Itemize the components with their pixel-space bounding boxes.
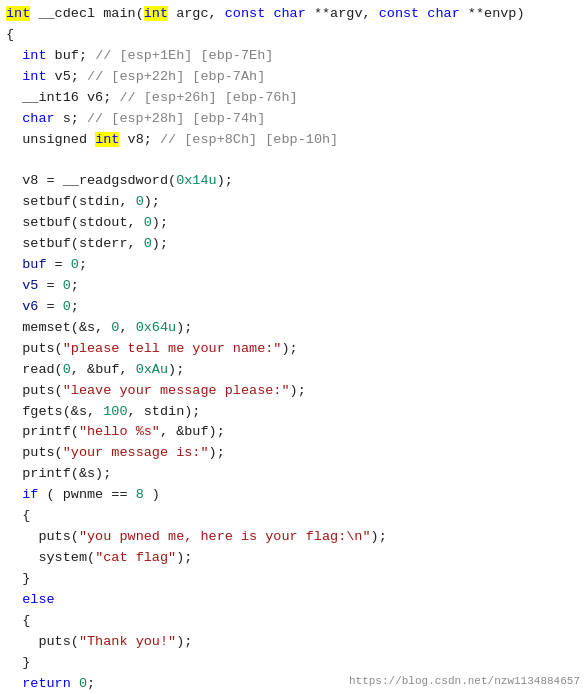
code-line-19: fgets(&s, 100, stdin); xyxy=(6,402,578,423)
code-line-30: puts("Thank you!"); xyxy=(6,632,578,653)
code-line-2: { xyxy=(6,25,578,46)
code-line-6: char s; // [esp+28h] [ebp-74h] xyxy=(6,109,578,130)
code-line-13: v5 = 0; xyxy=(6,276,578,297)
code-line-7: unsigned int v8; // [esp+8Ch] [ebp-10h] xyxy=(6,130,578,151)
code-line-29: { xyxy=(6,611,578,632)
code-line-16: puts("please tell me your name:"); xyxy=(6,339,578,360)
code-line-17: read(0, &buf, 0xAu); xyxy=(6,360,578,381)
code-line-1: int __cdecl main(int argc, const char **… xyxy=(6,4,578,25)
code-line-28: else xyxy=(6,590,578,611)
code-line-14: v6 = 0; xyxy=(6,297,578,318)
code-line-18: puts("leave your message please:"); xyxy=(6,381,578,402)
code-line-20: printf("hello %s", &buf); xyxy=(6,422,578,443)
code-line-12: buf = 0; xyxy=(6,255,578,276)
code-line-5: __int16 v6; // [esp+26h] [ebp-76h] xyxy=(6,88,578,109)
code-line-21: puts("your message is:"); xyxy=(6,443,578,464)
code-line-4: int v5; // [esp+22h] [ebp-7Ah] xyxy=(6,67,578,88)
code-line-10: setbuf(stdout, 0); xyxy=(6,213,578,234)
code-line-9: setbuf(stdin, 0); xyxy=(6,192,578,213)
code-line-25: puts("you pwned me, here is your flag:\n… xyxy=(6,527,578,548)
code-line-24: { xyxy=(6,506,578,527)
code-line-22: printf(&s); xyxy=(6,464,578,485)
code-line-3: int buf; // [esp+1Eh] [ebp-7Eh] xyxy=(6,46,578,67)
code-line-11: setbuf(stderr, 0); xyxy=(6,234,578,255)
code-viewer: int __cdecl main(int argc, const char **… xyxy=(0,0,586,694)
code-line-8: v8 = __readgsdword(0x14u); xyxy=(6,171,578,192)
code-line-15: memset(&s, 0, 0x64u); xyxy=(6,318,578,339)
code-line-31: } xyxy=(6,653,578,674)
code-line-blank1 xyxy=(6,150,578,171)
code-line-26: system("cat flag"); xyxy=(6,548,578,569)
code-line-23: if ( pwnme == 8 ) xyxy=(6,485,578,506)
code-line-27: } xyxy=(6,569,578,590)
watermark: https://blog.csdn.net/nzw1134884657 xyxy=(349,673,580,690)
